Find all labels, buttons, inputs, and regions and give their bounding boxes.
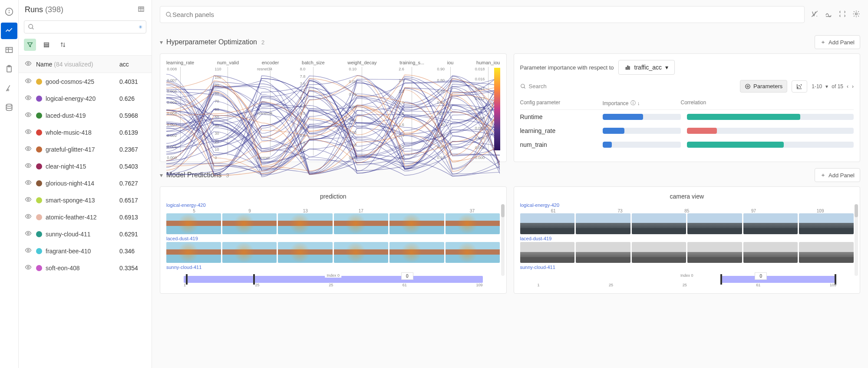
- columns-icon[interactable]: [137, 6, 145, 14]
- thumbnail[interactable]: [576, 213, 630, 234]
- panel-search[interactable]: [160, 6, 805, 23]
- parameters-button[interactable]: Parameters: [740, 80, 787, 93]
- thumbnail[interactable]: [799, 242, 854, 263]
- page-prev-icon[interactable]: ‹: [847, 83, 848, 90]
- workspace-icon[interactable]: [1, 23, 17, 39]
- info-icon[interactable]: [1, 3, 17, 20]
- add-panel-button[interactable]: ＋Add Panel: [815, 35, 860, 49]
- visibility-icon[interactable]: [25, 60, 32, 68]
- prediction-run-label[interactable]: sunny-cloud-411: [166, 265, 500, 270]
- visibility-icon[interactable]: [25, 162, 32, 170]
- visibility-icon[interactable]: [25, 145, 32, 153]
- prediction-run-label[interactable]: logical-energy-420: [166, 202, 500, 208]
- thumbnail[interactable]: [687, 242, 742, 263]
- thumbnail[interactable]: [520, 242, 575, 263]
- prediction-run-label[interactable]: laced-dust-419: [166, 236, 500, 241]
- panel-search-input[interactable]: [172, 11, 799, 18]
- thumbnail[interactable]: [278, 213, 333, 234]
- group-icon[interactable]: [40, 39, 53, 51]
- col-correlation[interactable]: Correlation: [681, 99, 854, 107]
- visibility-icon[interactable]: [25, 128, 32, 136]
- page-next-icon[interactable]: ›: [852, 83, 854, 90]
- thumbnail[interactable]: [222, 242, 277, 263]
- scatter-icon[interactable]: [792, 80, 807, 93]
- prediction-run-label[interactable]: sunny-cloud-411: [520, 265, 854, 270]
- metric-select[interactable]: traffic_acc ▾: [618, 60, 675, 75]
- thumbnail[interactable]: [743, 242, 798, 263]
- thumbnail[interactable]: [166, 242, 221, 263]
- runs-search[interactable]: ✳: [24, 20, 146, 33]
- thumbnail[interactable]: [389, 242, 444, 263]
- thumbnail[interactable]: [520, 213, 575, 234]
- scrollbar[interactable]: [855, 204, 858, 276]
- regex-icon[interactable]: ✳: [139, 24, 142, 30]
- run-row[interactable]: glorious-night-414 0.7627: [19, 175, 152, 192]
- thumbnail[interactable]: [687, 213, 742, 234]
- database-icon[interactable]: [1, 99, 17, 116]
- parallel-coordinates-panel[interactable]: learning_rate0.0080.0070.0060.0050.0040.…: [160, 53, 507, 162]
- thumbnail[interactable]: [632, 213, 686, 234]
- chevron-down-icon[interactable]: ▾: [160, 39, 163, 46]
- thumbnail[interactable]: [334, 213, 389, 234]
- run-row[interactable]: fragrant-bee-410 0.346: [19, 242, 152, 259]
- importance-search[interactable]: Search: [520, 83, 736, 90]
- visibility-icon[interactable]: [25, 213, 32, 221]
- scrollbar[interactable]: [501, 204, 505, 276]
- no-x-axis-icon[interactable]: [811, 10, 818, 19]
- prediction-run-label[interactable]: laced-dust-419: [520, 236, 854, 241]
- prediction-run-label[interactable]: logical-energy-420: [520, 202, 854, 208]
- thumbnail[interactable]: [576, 242, 630, 263]
- run-row[interactable]: whole-music-418 0.6139: [19, 124, 152, 141]
- run-row[interactable]: laced-dust-419 0.5968: [19, 107, 152, 124]
- thumbnail[interactable]: [166, 213, 221, 234]
- run-row[interactable]: smart-sponge-413 0.6517: [19, 192, 152, 209]
- thumbnail[interactable]: [743, 213, 798, 234]
- sort-icon[interactable]: [57, 39, 69, 51]
- index-slider[interactable]: Index 0 0 1252561109: [520, 274, 854, 287]
- chevron-down-icon[interactable]: ▾: [160, 172, 163, 179]
- run-row[interactable]: sunny-cloud-411 0.6291: [19, 225, 152, 242]
- smoothing-icon[interactable]: [825, 10, 832, 19]
- visibility-icon[interactable]: [25, 196, 32, 204]
- thumbnail[interactable]: [334, 242, 389, 263]
- camera-view-panel[interactable]: camera view logical-energy-4206173859710…: [514, 186, 861, 294]
- filter-icon[interactable]: [24, 39, 36, 51]
- prediction-panel[interactable]: prediction logical-energy-42059131737lac…: [160, 186, 507, 294]
- thumbnail[interactable]: [278, 242, 333, 263]
- run-color-dot: [36, 96, 42, 102]
- thumbnail[interactable]: [799, 213, 854, 234]
- parameter-importance-panel[interactable]: Parameter importance with respect to tra…: [514, 53, 861, 162]
- run-row[interactable]: good-cosmos-425 0.4031: [19, 73, 152, 90]
- run-row[interactable]: atomic-feather-412 0.6913: [19, 209, 152, 225]
- expand-icon[interactable]: [838, 10, 846, 19]
- acc-column-header[interactable]: acc: [119, 61, 145, 68]
- visibility-icon[interactable]: [25, 179, 32, 187]
- runs-search-input[interactable]: [35, 23, 139, 30]
- thumbnail[interactable]: [389, 213, 444, 234]
- name-column-header[interactable]: Name (84 visualized): [36, 61, 119, 68]
- table-icon[interactable]: [1, 42, 17, 58]
- add-panel-button[interactable]: ＋Add Panel: [815, 168, 860, 182]
- run-row[interactable]: grateful-glitter-417 0.2367: [19, 141, 152, 158]
- clipboard-icon[interactable]: [1, 61, 17, 77]
- visibility-icon[interactable]: [25, 264, 32, 272]
- run-row[interactable]: soft-eon-408 0.3354: [19, 259, 152, 276]
- svg-point-31: [166, 12, 170, 16]
- col-importance[interactable]: Importance ⓘ ↓: [603, 99, 681, 107]
- sweep-icon[interactable]: [1, 80, 17, 96]
- run-color-dot: [36, 129, 42, 136]
- run-row[interactable]: logical-energy-420 0.626: [19, 90, 152, 107]
- index-slider[interactable]: Index 0 0 1252561109: [166, 274, 500, 287]
- visibility-icon[interactable]: [25, 230, 32, 238]
- visibility-icon[interactable]: [25, 111, 32, 119]
- thumbnail[interactable]: [222, 213, 277, 234]
- visibility-icon[interactable]: [25, 247, 32, 255]
- settings-icon[interactable]: [852, 10, 860, 19]
- thumbnail[interactable]: [446, 242, 500, 263]
- thumbnail[interactable]: [632, 242, 686, 263]
- col-config[interactable]: Config parameter: [520, 99, 603, 107]
- run-row[interactable]: clear-night-415 0.5403: [19, 158, 152, 175]
- thumbnail[interactable]: [446, 213, 500, 234]
- visibility-icon[interactable]: [25, 77, 32, 86]
- visibility-icon[interactable]: [25, 94, 32, 103]
